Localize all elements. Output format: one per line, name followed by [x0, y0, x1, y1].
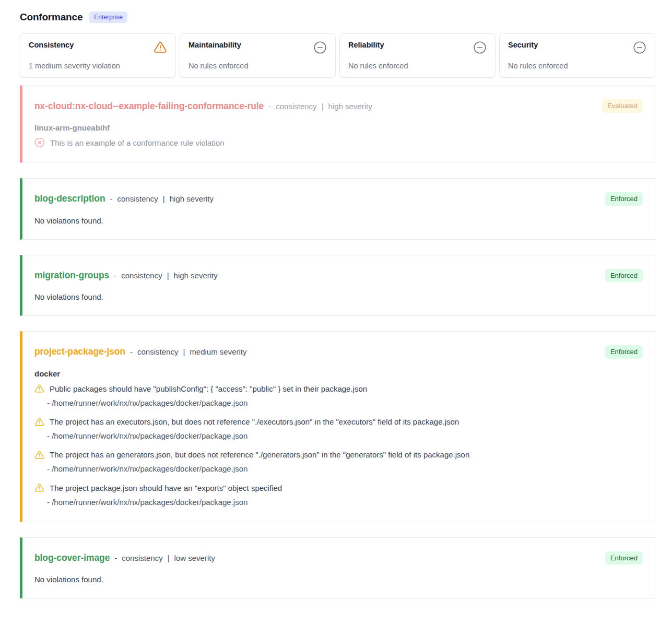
- rule-name[interactable]: nx-cloud:nx-cloud--example-failing-confo…: [34, 101, 264, 112]
- violation-message: This is an example of a conformance rule…: [50, 137, 225, 148]
- rule-meta-pipe: |: [163, 194, 165, 203]
- category-title: Security: [508, 41, 538, 49]
- rule-name[interactable]: blog-description: [34, 193, 105, 204]
- category-summary-row: Consistency 1 medium severity violation …: [20, 33, 655, 78]
- rule-title-group: blog-cover-image - consistency | low sev…: [34, 553, 215, 563]
- rule-card-body: linux-arm-gnueabihf This is an example o…: [34, 123, 643, 148]
- conformance-page: Conformance Enterprise Consistency 1 med…: [0, 0, 672, 617]
- violation-path: - /home/runner/work/nx/nx/packages/docke…: [47, 431, 643, 441]
- rule-meta-pipe: |: [168, 554, 170, 562]
- warning-triangle-icon: [34, 450, 44, 460]
- project-name: linux-arm-gnueabihf: [34, 123, 643, 132]
- violation-path: - /home/runner/work/nx/nx/packages/docke…: [47, 464, 643, 474]
- rule-category: consistency: [122, 554, 162, 562]
- rule-meta-dash: -: [268, 102, 271, 111]
- violation-message: The project has an generators.json, but …: [50, 449, 469, 460]
- minus-circle-icon: [313, 41, 327, 54]
- rule-card: blog-description - consistency | high se…: [20, 178, 655, 240]
- warning-triangle-icon: [34, 417, 44, 427]
- category-title: Consistency: [29, 41, 74, 49]
- rule-title-group: blog-description - consistency | high se…: [34, 193, 214, 204]
- rule-severity: high severity: [328, 102, 372, 111]
- violation-item: Public packages should have "publishConf…: [34, 383, 643, 408]
- category-title: Reliability: [348, 41, 384, 49]
- rule-meta: - consistency | high severity: [114, 271, 218, 280]
- rule-status-badge: Enforced: [605, 551, 643, 565]
- rule-category: consistency: [137, 347, 178, 356]
- rule-card-body: docker Public packages should have "publ…: [34, 369, 643, 508]
- rule-meta-dash: -: [114, 271, 116, 280]
- rule-name[interactable]: blog-cover-image: [34, 553, 110, 563]
- violation-line: The project package.json should have an …: [34, 483, 643, 493]
- violation-message: The project has an executors.json, but d…: [50, 416, 459, 427]
- category-card: Reliability No rules enforced: [339, 33, 496, 78]
- category-card: Maintainability No rules enforced: [180, 33, 336, 78]
- rule-title-group: migration-groups - consistency | high se…: [34, 270, 218, 281]
- rule-card-body: No violations found.: [34, 216, 643, 225]
- rule-status-badge: Enforced: [605, 269, 643, 283]
- rule-category: consistency: [121, 271, 162, 280]
- rule-name[interactable]: migration-groups: [34, 270, 109, 281]
- violation-message: The project package.json should have an …: [50, 483, 282, 493]
- warning-triangle-icon: [154, 41, 167, 54]
- rule-severity: medium severity: [190, 347, 246, 356]
- rule-status-badge: Enforced: [605, 192, 643, 206]
- no-violations-message: No violations found.: [34, 575, 643, 584]
- enterprise-plan-badge: Enterprise: [89, 11, 127, 23]
- rule-category: consistency: [117, 194, 158, 203]
- rule-meta-dash: -: [110, 194, 112, 203]
- rule-severity: low severity: [174, 554, 215, 562]
- minus-circle-icon: [633, 41, 646, 54]
- rule-card-body: No violations found.: [34, 292, 643, 301]
- page-title: Conformance: [20, 11, 82, 23]
- no-violations-message: No violations found.: [34, 292, 643, 301]
- category-status: No rules enforced: [188, 62, 327, 70]
- rule-status-badge: Evaluated: [602, 99, 643, 113]
- rule-card: project-package-json - consistency | med…: [20, 331, 655, 522]
- violation-item: The project package.json should have an …: [34, 483, 643, 508]
- rule-severity: high severity: [174, 271, 218, 280]
- rule-card-header: blog-description - consistency | high se…: [34, 192, 643, 206]
- rule-meta-dash: -: [130, 347, 133, 356]
- rule-card-header: project-package-json - consistency | med…: [34, 345, 643, 359]
- rule-meta: - consistency | medium severity: [130, 347, 246, 356]
- violation-path: - /home/runner/work/nx/nx/packages/docke…: [47, 398, 643, 408]
- violation-path: - /home/runner/work/nx/nx/packages/docke…: [47, 497, 643, 508]
- rule-meta: - consistency | low severity: [114, 554, 215, 562]
- rule-name[interactable]: project-package-json: [34, 346, 125, 357]
- rule-meta: - consistency | high severity: [268, 102, 372, 111]
- violation-line: This is an example of a conformance rule…: [34, 137, 643, 148]
- rule-meta: - consistency | high severity: [110, 194, 214, 203]
- category-status: No rules enforced: [508, 62, 646, 70]
- category-card-header: Consistency: [29, 41, 167, 54]
- category-card-header: Reliability: [348, 41, 487, 54]
- violations-list: This is an example of a conformance rule…: [34, 137, 643, 148]
- violation-item: The project has an executors.json, but d…: [34, 416, 643, 441]
- rule-title-group: project-package-json - consistency | med…: [34, 346, 247, 357]
- violations-list: Public packages should have "publishConf…: [34, 383, 643, 508]
- category-status: No rules enforced: [348, 62, 487, 70]
- category-card-header: Security: [508, 41, 646, 54]
- violation-message: Public packages should have "publishConf…: [50, 383, 367, 394]
- rule-card-header: migration-groups - consistency | high se…: [34, 269, 643, 283]
- warning-triangle-icon: [34, 483, 44, 492]
- rule-category: consistency: [276, 102, 316, 111]
- x-circle-icon: [34, 137, 45, 148]
- rule-card: nx-cloud:nx-cloud--example-failing-confo…: [20, 85, 655, 163]
- minus-circle-icon: [473, 41, 487, 54]
- rule-meta-dash: -: [114, 554, 117, 562]
- no-violations-message: No violations found.: [34, 216, 643, 225]
- category-status: 1 medium severity violation: [29, 62, 167, 70]
- category-card: Consistency 1 medium severity violation: [20, 33, 176, 78]
- rules-list: nx-cloud:nx-cloud--example-failing-confo…: [20, 85, 655, 598]
- page-header: Conformance Enterprise: [20, 11, 655, 23]
- warning-triangle-icon: [34, 384, 44, 393]
- violation-item: This is an example of a conformance rule…: [34, 137, 643, 148]
- category-card-header: Maintainability: [188, 41, 327, 54]
- rule-meta-pipe: |: [167, 271, 169, 280]
- rule-card-header: blog-cover-image - consistency | low sev…: [34, 551, 643, 565]
- violation-line: The project has an executors.json, but d…: [34, 416, 643, 427]
- rule-card: migration-groups - consistency | high se…: [20, 255, 655, 316]
- violation-line: Public packages should have "publishConf…: [34, 383, 643, 394]
- violation-item: The project has an generators.json, but …: [34, 449, 643, 474]
